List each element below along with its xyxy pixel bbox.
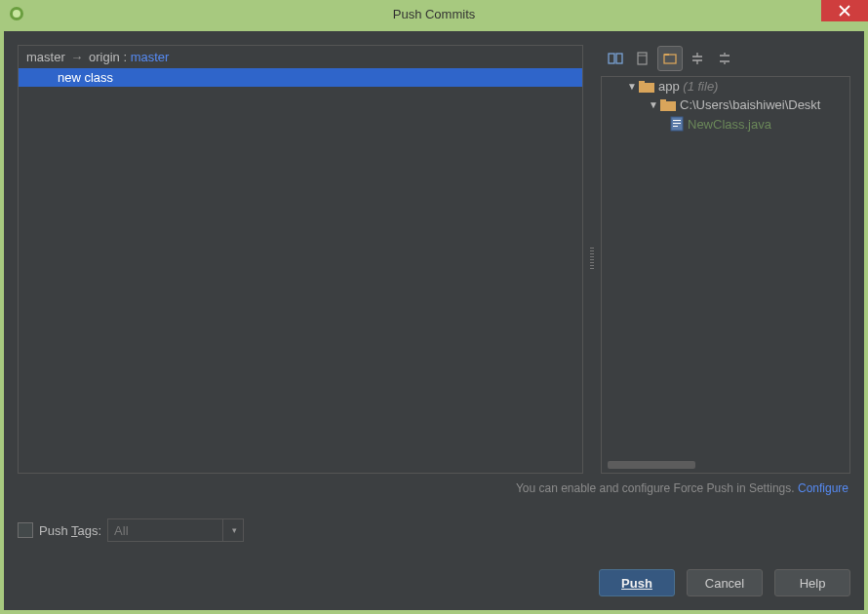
remote-branch: master (131, 50, 170, 64)
title-bar: Push Commits (0, 0, 868, 27)
folder-icon (639, 80, 654, 94)
button-row: Push Cancel Help (18, 569, 850, 596)
svg-rect-8 (639, 81, 645, 84)
chevron-down-icon[interactable]: ▼ (647, 99, 660, 110)
cancel-button[interactable]: Cancel (687, 569, 763, 596)
java-file-icon (670, 116, 684, 132)
separator: : (123, 50, 127, 64)
tree-root-count: (1 file) (683, 79, 718, 94)
svg-rect-4 (638, 53, 647, 64)
commit-item[interactable]: new class (19, 68, 582, 87)
expand-all-button[interactable] (685, 46, 710, 71)
tree-path-label: C:\Users\baishiwei\Deskt (680, 97, 821, 112)
revert-icon-button[interactable] (630, 46, 655, 71)
svg-point-1 (13, 10, 20, 18)
svg-rect-2 (609, 54, 614, 63)
svg-rect-13 (673, 123, 681, 124)
local-branch: master (26, 50, 65, 64)
close-button[interactable] (821, 0, 868, 21)
files-tree[interactable]: ▼ app (1 file) ▼ C:\Users\baishiwei\Desk… (601, 76, 850, 474)
tree-file-label: NewClass.java (688, 117, 771, 132)
svg-rect-14 (673, 126, 678, 127)
svg-rect-5 (664, 55, 676, 63)
splitter[interactable] (589, 45, 595, 474)
remote-name: origin (89, 50, 120, 64)
files-toolbar (601, 45, 850, 72)
svg-rect-10 (660, 99, 666, 102)
hint-text: You can enable and configure Force Push … (516, 481, 798, 495)
push-tags-value: All (114, 523, 128, 538)
chevron-down-icon[interactable]: ▼ (625, 81, 639, 92)
app-icon (8, 5, 25, 22)
push-button[interactable]: Push (599, 569, 675, 596)
configure-link[interactable]: Configure (798, 481, 848, 495)
tree-path-row[interactable]: ▼ C:\Users\baishiwei\Deskt (602, 96, 849, 114)
svg-rect-6 (664, 54, 669, 56)
svg-rect-9 (660, 101, 676, 111)
tree-root-row[interactable]: ▼ app (1 file) (602, 77, 849, 96)
push-tags-label: Push Tags: (39, 523, 101, 538)
svg-rect-3 (616, 54, 622, 63)
commits-panel: master → origin : master new class (18, 45, 583, 474)
dialog-body: master → origin : master new class (4, 31, 864, 610)
files-panel: ▼ app (1 file) ▼ C:\Users\baishiwei\Desk… (601, 45, 850, 474)
collapse-all-button[interactable] (712, 46, 737, 71)
folder-icon (660, 98, 676, 112)
arrow-icon: → (68, 50, 85, 64)
splitter-handle-icon (590, 248, 594, 271)
branch-row[interactable]: master → origin : master (19, 46, 582, 68)
diff-icon-button[interactable] (603, 46, 628, 71)
group-by-directory-button[interactable] (657, 46, 683, 71)
hint-row: You can enable and configure Force Push … (18, 481, 850, 495)
chevron-down-icon: ▾ (232, 525, 237, 535)
help-button[interactable]: Help (774, 569, 850, 596)
window-title: Push Commits (393, 7, 476, 21)
tree-root-label: app (658, 79, 680, 94)
push-tags-row: Push Tags: All ▾ (18, 518, 850, 542)
push-tags-select[interactable]: All ▾ (107, 518, 244, 542)
panels-row: master → origin : master new class (18, 45, 850, 474)
tree-file-row[interactable]: NewClass.java (602, 114, 849, 134)
svg-rect-12 (673, 120, 681, 121)
svg-rect-7 (639, 83, 654, 93)
horizontal-scrollbar[interactable] (608, 461, 695, 469)
push-tags-checkbox[interactable] (18, 522, 33, 538)
